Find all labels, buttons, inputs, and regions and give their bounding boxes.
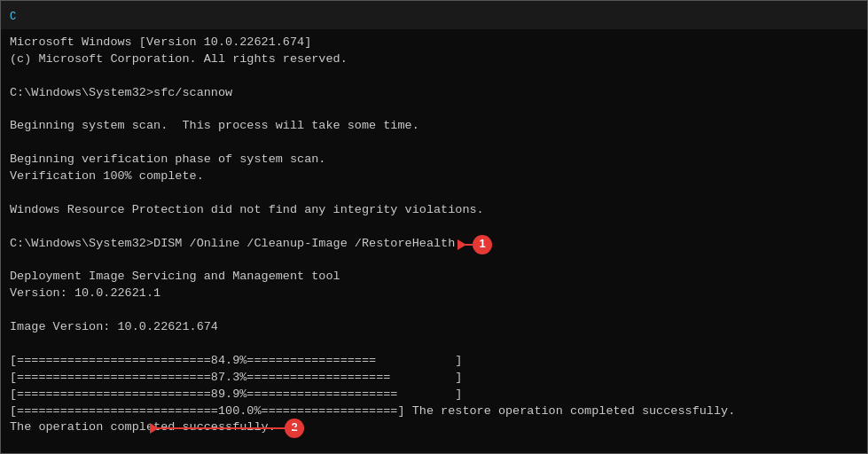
terminal-line: The operation completed successfully. bbox=[10, 419, 858, 436]
terminal-line: [===========================87.3%=======… bbox=[10, 370, 858, 387]
svg-text:C: C bbox=[10, 11, 16, 22]
terminal-line: Image Version: 10.0.22621.674 bbox=[10, 319, 858, 336]
terminal-line bbox=[10, 302, 858, 319]
terminal-line: Version: 10.0.22621.1 bbox=[10, 286, 858, 302]
terminal-line bbox=[10, 219, 858, 236]
terminal-line: Beginning system scan. This process will… bbox=[10, 118, 858, 135]
close-button[interactable] bbox=[819, 1, 860, 29]
annotation-circle-2: 2 bbox=[285, 419, 304, 438]
terminal-line: Deployment Image Servicing and Managemen… bbox=[10, 269, 858, 286]
terminal-line bbox=[10, 336, 858, 353]
terminal-line: [===========================84.9%=======… bbox=[10, 353, 858, 370]
terminal-line bbox=[10, 68, 858, 85]
terminal-line bbox=[10, 185, 858, 202]
annotation-circle-1: 1 bbox=[473, 235, 492, 254]
terminal-line: Windows Resource Protection did not find… bbox=[10, 202, 858, 219]
terminal-line: [===========================89.9%=======… bbox=[10, 387, 858, 403]
terminal-line bbox=[10, 135, 858, 152]
terminal-line: C:\Windows\System32>DISM /Online /Cleanu… bbox=[10, 236, 858, 253]
terminal-line bbox=[10, 102, 858, 119]
terminal-line: (c) Microsoft Corporation. All rights re… bbox=[10, 51, 858, 68]
title-bar: C bbox=[1, 1, 867, 29]
minimize-button[interactable] bbox=[738, 1, 778, 29]
terminal-line: C:\Windows\System32>sfc/scannow bbox=[10, 85, 858, 102]
command-prompt-window: C Microsoft Windows [Version 10.0.22621.… bbox=[0, 0, 868, 454]
terminal-line: Verification 100% complete. bbox=[10, 168, 858, 185]
terminal-line: Beginning verification phase of system s… bbox=[10, 152, 858, 168]
terminal-line bbox=[10, 436, 858, 453]
terminal-body[interactable]: Microsoft Windows [Version 10.0.22621.67… bbox=[1, 29, 867, 453]
window-controls bbox=[738, 1, 860, 29]
terminal-line bbox=[10, 253, 858, 270]
maximize-button[interactable] bbox=[778, 1, 819, 29]
terminal-line: [============================100.0%=====… bbox=[10, 403, 858, 420]
cmd-icon: C bbox=[8, 8, 22, 22]
terminal-line: Microsoft Windows [Version 10.0.22621.67… bbox=[10, 35, 858, 51]
title-bar-left: C bbox=[8, 8, 29, 22]
